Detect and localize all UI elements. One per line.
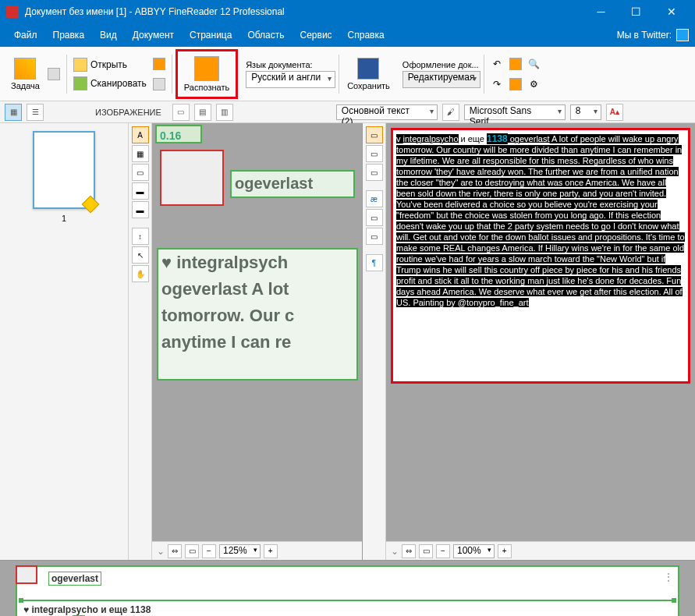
menu-document[interactable]: Документ <box>125 25 182 45</box>
new-doc-button[interactable] <box>44 65 63 83</box>
menu-help[interactable]: Справка <box>340 25 392 45</box>
recognize-button[interactable]: Распознать <box>179 53 234 95</box>
view-grid-button[interactable]: ▦ <box>5 104 22 121</box>
style-brush[interactable]: 🖌 <box>442 104 459 121</box>
title-bar: Документ без имени [1] - ABBYY FineReade… <box>0 0 695 23</box>
pages-panel: 1 <box>0 123 129 560</box>
zone-table-tool[interactable]: ▦ <box>132 145 149 162</box>
menu-service[interactable]: Сервис <box>293 25 340 45</box>
txt-tool-4[interactable]: ▭ <box>366 209 383 226</box>
redo-button[interactable]: ↷ <box>488 75 506 94</box>
highlight-tool[interactable] <box>506 55 525 73</box>
scan-button[interactable]: Сканировать <box>70 75 150 92</box>
recognize-label: Распознать <box>184 83 229 92</box>
undo-button[interactable]: ↶ <box>488 55 506 73</box>
highlight-tool-2[interactable] <box>506 75 525 94</box>
closeup-panel: ogeverlast ⋮ ♥ integralpsycho и еще 1138… <box>0 560 695 616</box>
menu-page[interactable]: Страница <box>182 25 239 45</box>
image-zoom-value: 125% <box>223 545 247 556</box>
zone-num[interactable]: 0.16 <box>155 125 202 143</box>
fit-width-button[interactable]: ⇔ <box>168 544 182 558</box>
txt-zoom-in[interactable]: + <box>498 544 512 558</box>
ribbon: Задача Открыть Сканировать Распознать Яз… <box>0 47 695 101</box>
fontsize-select[interactable]: 8 <box>570 104 601 120</box>
tool-button-1[interactable] <box>150 55 168 73</box>
image-zoom-bar: ⌄ ⇔ ▭ − 125% + <box>152 541 362 560</box>
hand-tool[interactable]: ✋ <box>132 265 149 282</box>
find-button[interactable]: 🔍 <box>525 55 544 73</box>
save-button[interactable]: Сохранить <box>342 55 395 94</box>
fit-page-button[interactable]: ▭ <box>185 544 199 558</box>
image-panel: A ▦ ▭ ▬ ▬ ↕ ↖ ✋ 0.16 ogeverlast ♥ integr… <box>129 123 363 560</box>
txt-num: 1138 <box>487 133 508 144</box>
img-tool-b[interactable]: ▤ <box>194 104 211 121</box>
tool1-icon <box>153 58 165 70</box>
txt-tool-3[interactable]: ▭ <box>366 164 383 181</box>
zone-text-tool[interactable]: A <box>132 126 149 143</box>
collapse-icon[interactable]: ⌄ <box>157 546 165 557</box>
page-number: 1 <box>62 214 66 223</box>
fontsize-value: 8 <box>576 105 581 116</box>
save-label: Сохранить <box>347 81 390 90</box>
menu-edit[interactable]: Правка <box>45 25 93 45</box>
warning-icon <box>82 196 100 214</box>
page-thumbnail[interactable] <box>33 131 95 209</box>
minimize-button[interactable]: ─ <box>583 0 619 23</box>
txt-zoom-out[interactable]: − <box>436 544 450 558</box>
lang-select[interactable]: Русский и англи <box>246 71 335 88</box>
closeup-content[interactable]: ogeverlast ⋮ ♥ integralpsycho и еще 1138… <box>16 565 679 616</box>
menu-bar: Файл Правка Вид Документ Страница Област… <box>0 23 695 47</box>
text-zoom-select[interactable]: 100% <box>453 544 495 558</box>
txt-fit-page[interactable]: ▭ <box>419 544 433 558</box>
task-button[interactable]: Задача <box>6 55 44 94</box>
zone-image-tool[interactable]: ▭ <box>132 164 149 181</box>
zone-avatar[interactable] <box>160 150 224 206</box>
image-zoom-select[interactable]: 125% <box>219 544 261 558</box>
zoom-out-button[interactable]: − <box>202 544 216 558</box>
twitter-link[interactable]: Мы в Twitter: <box>617 29 689 41</box>
menu-file[interactable]: Файл <box>6 25 45 45</box>
zone-username[interactable]: ogeverlast <box>230 170 355 198</box>
font-grow-button[interactable]: A▴ <box>606 104 623 121</box>
zone-body[interactable]: ♥ integralpsych ogeverlast A lot tomorro… <box>157 248 358 381</box>
zoom-in-button[interactable]: + <box>264 544 278 558</box>
folder-icon <box>73 58 87 72</box>
recognize-highlight: Распознать <box>176 49 238 99</box>
zone-remove-tool[interactable]: ▬ <box>132 182 149 200</box>
img-tool-c[interactable]: ▥ <box>216 104 233 121</box>
menu-area[interactable]: Область <box>239 25 292 45</box>
zone-order-tool[interactable]: ↕ <box>132 228 149 245</box>
scanner-icon <box>73 76 87 90</box>
pointer-tool[interactable]: ↖ <box>132 246 149 264</box>
options-button[interactable]: ⚙ <box>525 75 544 94</box>
txt-mid: и еще <box>459 134 487 143</box>
window-title: Документ без имени [1] - ABBYY FineReade… <box>25 6 583 17</box>
view-list-button[interactable]: ☰ <box>27 104 44 121</box>
txt-fit-width[interactable]: ⇔ <box>402 544 416 558</box>
txt-tool-2[interactable]: ▭ <box>366 145 383 162</box>
collapse-icon-2[interactable]: ⌄ <box>391 546 399 557</box>
tool-button-2[interactable] <box>150 75 168 94</box>
close-button[interactable]: ✕ <box>654 0 689 23</box>
twitter-icon <box>676 29 689 41</box>
format-label: Оформление док... <box>402 60 480 69</box>
txt-tool-1[interactable]: ▭ <box>366 126 383 143</box>
format-select[interactable]: Редактируемая <box>402 71 480 88</box>
open-button[interactable]: Открыть <box>70 56 150 73</box>
maximize-button[interactable]: ☐ <box>619 0 654 23</box>
image-toolbar: A ▦ ▭ ▬ ▬ ↕ ↖ ✋ <box>129 123 152 560</box>
image-canvas[interactable]: 0.16 ogeverlast ♥ integralpsych ogeverla… <box>152 123 362 560</box>
style-select[interactable]: Основной текст (2) <box>336 104 438 120</box>
zone-add-tool[interactable]: ▬ <box>132 201 149 218</box>
txt-tool-pilcrow[interactable]: ¶ <box>366 254 383 271</box>
newdoc-icon <box>48 68 60 80</box>
closeup-menu-icon[interactable]: ⋮ <box>664 572 673 582</box>
txt-tool-5[interactable]: ▭ <box>366 228 383 245</box>
text-highlight-box: v integralpsycho и еще 1138 ogeverlast A… <box>391 128 690 384</box>
text-page[interactable]: v integralpsycho и еще 1138 ogeverlast A… <box>386 123 695 560</box>
img-tool-a[interactable]: ▭ <box>172 104 190 121</box>
font-select[interactable]: Microsoft Sans Serif <box>464 104 566 120</box>
menu-view[interactable]: Вид <box>92 25 125 45</box>
txt-tool-chars[interactable]: æ <box>366 190 383 207</box>
scan-label: Сканировать <box>90 78 147 89</box>
